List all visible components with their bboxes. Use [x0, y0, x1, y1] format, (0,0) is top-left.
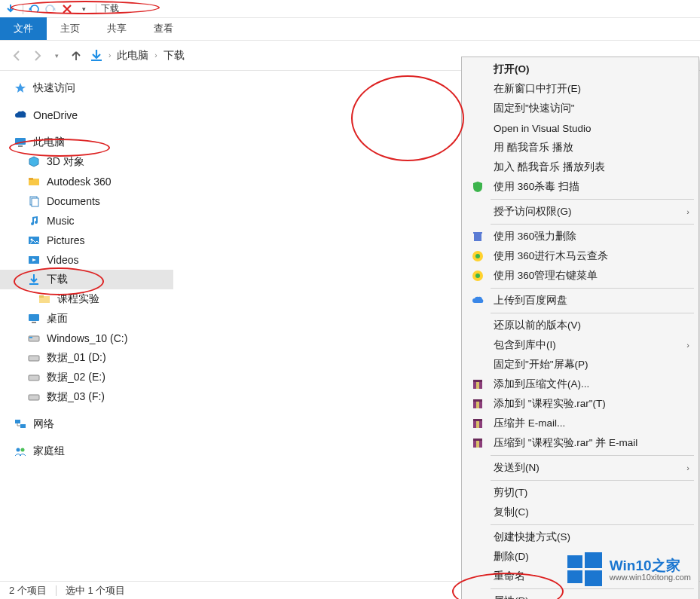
nav-history-icon[interactable]: ▾ — [47, 46, 66, 66]
undo-icon[interactable] — [26, 2, 41, 17]
menu-open-visual-studio[interactable]: Open in Visual Studio — [463, 118, 697, 138]
tree-videos[interactable]: Videos — [0, 250, 173, 270]
menu-kuwo-play[interactable]: 用 酷我音乐 播放 — [463, 138, 697, 157]
tree-3d-objects[interactable]: 3D 对象 — [0, 152, 173, 172]
chevron-right-icon: › — [686, 341, 689, 350]
menu-360-trojan[interactable]: 使用 360进行木马云查杀 — [463, 246, 697, 266]
tree-label: Pictures — [47, 234, 85, 246]
folder-icon — [27, 175, 41, 188]
tree-music[interactable]: Music — [0, 211, 173, 231]
tab-view[interactable]: 查看 — [140, 17, 187, 40]
menu-pin-start[interactable]: 固定到"开始"屏幕(P) — [463, 355, 697, 374]
svg-rect-43 — [585, 552, 602, 568]
homegroup-icon — [14, 445, 27, 458]
tree-documents[interactable]: Documents — [0, 191, 173, 211]
drive-icon — [27, 390, 41, 404]
menu-compress-email[interactable]: 压缩并 E-mail... — [463, 414, 697, 433]
customize-qat-icon[interactable]: ▾ — [76, 2, 91, 17]
svg-rect-21 — [20, 424, 26, 428]
tree-label: 下载 — [47, 273, 68, 286]
chevron-right-icon[interactable]: › — [109, 51, 111, 60]
redo-icon[interactable] — [43, 2, 58, 17]
menu-360-manage[interactable]: 使用 360管理右键菜单 — [463, 266, 697, 286]
tree-drive-d[interactable]: 数据_01 (D:) — [0, 348, 173, 368]
menu-cut[interactable]: 剪切(T) — [463, 483, 697, 503]
breadcrumb-current[interactable]: 下载 — [159, 47, 189, 64]
nav-up-icon[interactable] — [66, 46, 86, 66]
menu-restore-version[interactable]: 还原以前的版本(V) — [463, 316, 697, 335]
navigation-tree: 快速访问 OneDrive 此电脑 3D 对象 Autodesk 360 Doc… — [0, 71, 173, 581]
menu-send-to[interactable]: 发送到(N)› — [463, 458, 697, 478]
tree-drive-e[interactable]: 数据_02 (E:) — [0, 368, 173, 387]
tree-this-pc[interactable]: 此电脑 — [0, 133, 173, 152]
nav-forward-icon[interactable] — [27, 46, 47, 66]
svg-rect-41 — [476, 441, 479, 448]
svg-rect-6 — [32, 198, 38, 206]
360-icon — [471, 269, 484, 283]
drive-icon — [27, 351, 41, 365]
archive-icon — [471, 436, 484, 450]
menu-360-force-delete[interactable]: 使用 360强力删除 — [463, 227, 697, 246]
tree-drive-f[interactable]: 数据_03 (F:) — [0, 387, 173, 407]
tree-label: 此电脑 — [33, 136, 65, 149]
pin-icon[interactable] — [3, 2, 18, 17]
svg-rect-1 — [15, 138, 26, 145]
menu-compress-to-email[interactable]: 压缩到 "课程实验.rar" 并 E-mail — [463, 433, 697, 453]
tab-file[interactable]: 文件 — [0, 17, 47, 40]
menu-grant-access[interactable]: 授予访问权限(G)› — [463, 202, 697, 222]
star-icon — [14, 81, 27, 95]
delete-icon[interactable] — [60, 2, 75, 17]
svg-point-22 — [17, 448, 20, 452]
tree-label: 数据_01 (D:) — [47, 351, 106, 365]
archive-icon — [471, 417, 484, 430]
menu-upload-baidu[interactable]: 上传到百度网盘 — [463, 291, 697, 310]
menu-open-new-window[interactable]: 在新窗口中打开(E) — [463, 79, 697, 99]
menu-kuwo-playlist[interactable]: 加入 酷我音乐 播放列表 — [463, 157, 697, 177]
cloud-icon — [471, 294, 484, 307]
menu-properties[interactable]: 属性(R) — [463, 591, 697, 599]
svg-rect-20 — [15, 420, 20, 423]
tree-network[interactable]: 网络 — [0, 414, 173, 434]
tab-share[interactable]: 共享 — [93, 17, 140, 40]
svg-rect-34 — [473, 399, 482, 402]
tree-downloads[interactable]: 下载 — [0, 270, 173, 289]
folder-icon — [38, 292, 51, 306]
archive-icon — [471, 397, 484, 411]
menu-copy[interactable]: 复制(C) — [463, 503, 697, 522]
windows-logo-icon — [567, 552, 602, 587]
svg-rect-17 — [29, 356, 39, 361]
tree-quick-access[interactable]: 快速访问 — [0, 78, 173, 98]
tree-label: Windows_10 (C:) — [47, 332, 127, 344]
ribbon-tabs: 文件 主页 共享 查看 — [0, 18, 700, 41]
tree-pictures[interactable]: Pictures — [0, 231, 173, 250]
desktop-icon — [27, 312, 41, 325]
tree-course-experiment[interactable]: 课程实验 — [0, 289, 173, 309]
menu-separator — [491, 199, 694, 200]
tree-label: 网络 — [33, 417, 54, 431]
menu-separator — [491, 224, 694, 225]
tree-autodesk[interactable]: Autodesk 360 — [0, 172, 173, 191]
menu-add-archive[interactable]: 添加到压缩文件(A)... — [463, 374, 697, 394]
chevron-right-icon[interactable]: › — [154, 51, 157, 60]
chevron-right-icon: › — [686, 463, 689, 472]
tree-drive-c[interactable]: Windows_10 (C:) — [0, 329, 173, 348]
tree-label: 快速访问 — [33, 81, 75, 95]
nav-back-icon[interactable] — [8, 46, 27, 66]
breadcrumb-pc[interactable]: 此电脑 — [112, 47, 153, 64]
menu-separator — [491, 288, 694, 289]
tree-label: OneDrive — [33, 109, 78, 121]
menu-open[interactable]: 打开(O) — [463, 60, 697, 79]
menu-pin-quick-access[interactable]: 固定到"快速访问" — [463, 99, 697, 118]
tree-homegroup[interactable]: 家庭组 — [0, 442, 173, 461]
tree-onedrive[interactable]: OneDrive — [0, 105, 173, 125]
tab-home[interactable]: 主页 — [47, 17, 93, 40]
svg-rect-14 — [32, 322, 36, 323]
menu-include-library[interactable]: 包含到库中(I)› — [463, 335, 697, 355]
menu-create-shortcut[interactable]: 创建快捷方式(S) — [463, 527, 697, 547]
svg-rect-38 — [476, 421, 479, 428]
tree-desktop[interactable]: 桌面 — [0, 309, 173, 329]
watermark: Win10之家 www.win10xitong.com — [567, 552, 691, 587]
menu-add-to-rar[interactable]: 添加到 "课程实验.rar"(T) — [463, 394, 697, 414]
menu-360-scan[interactable]: 使用 360杀毒 扫描 — [463, 177, 697, 197]
separator — [56, 585, 57, 596]
